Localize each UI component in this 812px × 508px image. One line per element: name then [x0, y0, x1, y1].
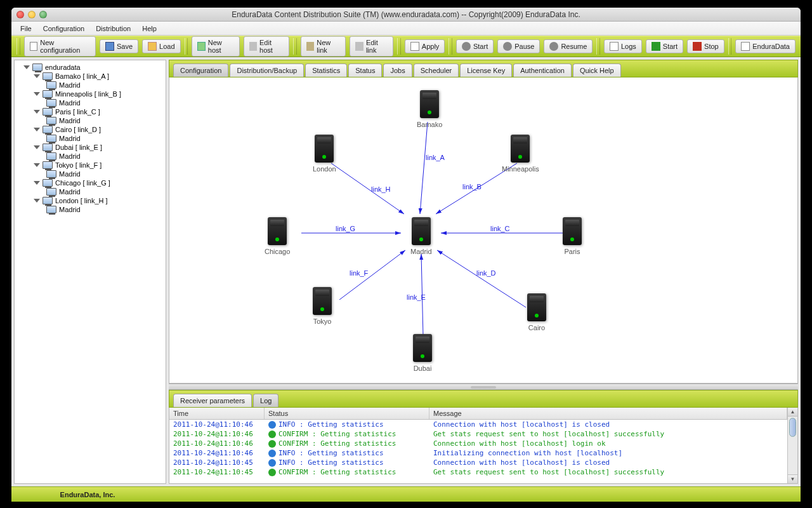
tab-log[interactable]: Log [253, 394, 278, 407]
tree-child[interactable]: Madrid [16, 170, 164, 178]
tb-sep [185, 38, 188, 55]
scroll-thumb[interactable] [789, 418, 796, 437]
tree-host[interactable]: Minneapolis [ link_B ] [16, 90, 164, 98]
apply-button[interactable]: Apply [405, 39, 445, 53]
node-london[interactable]: London [313, 135, 336, 173]
node-dubai[interactable]: Dubai [413, 334, 432, 372]
tree-child[interactable]: Madrid [16, 152, 164, 161]
tree-child[interactable]: Madrid [16, 134, 164, 143]
node-madrid[interactable]: Madrid [410, 217, 432, 255]
tab-quick-help[interactable]: Quick Help [573, 64, 621, 77]
titlebar[interactable]: EnduraData Content Distribution Suite (T… [11, 8, 801, 22]
chevron-down-icon[interactable] [34, 199, 40, 203]
host-icon [197, 42, 206, 51]
node-bamako[interactable]: Bamako [417, 90, 442, 128]
start2-button[interactable]: Start [646, 39, 683, 53]
node-minneapolis[interactable]: Minneapolis [502, 135, 539, 173]
scroll-down-icon[interactable]: ▼ [788, 474, 797, 483]
main-area: enduradata Bamako [ link_A ]MadridMinnea… [11, 57, 801, 486]
chevron-down-icon[interactable] [34, 128, 40, 131]
tb-sep [596, 38, 600, 55]
tree-child[interactable]: Madrid [16, 98, 164, 107]
computer-icon [46, 81, 56, 89]
link-lines [169, 77, 797, 383]
splitter[interactable] [169, 384, 798, 390]
resume-button[interactable]: Resume [544, 39, 593, 53]
log-row[interactable]: 2011-10-24@11:10:46CONFIRM : Getting sta… [169, 429, 787, 439]
link-label-f: link_F [350, 269, 368, 277]
tree-host[interactable]: Chicago [ link_G ] [16, 178, 164, 187]
logs-button[interactable]: Logs [604, 39, 642, 53]
new-host-button[interactable]: New host [192, 36, 239, 57]
tree-child[interactable]: Madrid [16, 116, 164, 125]
computer-icon [46, 135, 56, 142]
node-tokyo[interactable]: Tokyo [313, 287, 332, 325]
edit-link-button[interactable]: Edit link [350, 36, 393, 57]
log-message: Connection with host [localhost] is clos… [429, 420, 787, 429]
tree-host[interactable]: Tokyo [ link_F ] [16, 161, 164, 170]
col-message[interactable]: Message [429, 408, 787, 419]
tab-statistics[interactable]: Statistics [305, 64, 347, 77]
tab-scheduler[interactable]: Scheduler [414, 64, 459, 77]
chevron-down-icon[interactable] [34, 110, 40, 114]
menu-configuration[interactable]: Configuration [38, 23, 89, 34]
chevron-down-icon[interactable] [34, 181, 40, 185]
node-paris[interactable]: Paris [563, 217, 582, 255]
tb-sep [293, 38, 297, 55]
chevron-down-icon[interactable] [34, 163, 40, 167]
start-button[interactable]: Start [456, 39, 494, 53]
menu-file[interactable]: File [15, 23, 37, 34]
scroll-up-icon[interactable]: ▲ [788, 408, 797, 417]
new-config-button[interactable]: New configuration [24, 36, 96, 57]
topology-canvas[interactable]: Madrid Bamako London Minneapolis Chicago… [169, 77, 798, 384]
tree-host[interactable]: Cairo [ link_D ] [16, 125, 164, 134]
tab-receiver-params[interactable]: Receiver parameters [173, 394, 252, 407]
load-button[interactable]: Load [142, 39, 180, 53]
log-time: 2011-10-24@11:10:46 [169, 439, 265, 448]
log-row[interactable]: 2011-10-24@11:10:46INFO : Getting statis… [169, 448, 787, 458]
log-row[interactable]: 2011-10-24@11:10:46INFO : Getting statis… [169, 420, 787, 429]
play-green-icon [652, 42, 660, 51]
tab-authentication[interactable]: Authentication [513, 64, 572, 77]
chevron-down-icon[interactable] [23, 65, 30, 69]
chevron-down-icon[interactable] [34, 92, 40, 96]
tree-child[interactable]: Madrid [16, 81, 164, 90]
menu-distribution[interactable]: Distribution [91, 23, 136, 34]
brand-button[interactable]: EnduraData [735, 39, 796, 53]
tree-root[interactable]: enduradata [16, 63, 164, 72]
link-label-b: link_B [462, 183, 481, 190]
host-tree[interactable]: enduradata Bamako [ link_A ]MadridMinnea… [15, 60, 166, 217]
tree-child[interactable]: Madrid [16, 187, 164, 196]
node-chicago[interactable]: Chicago [265, 217, 290, 255]
chevron-down-icon[interactable] [34, 145, 40, 149]
tab-distribution-backup[interactable]: Distribution/Backup [230, 64, 304, 77]
scrollbar[interactable]: ▲ ▼ [787, 408, 797, 483]
col-time[interactable]: Time [169, 408, 265, 419]
col-status[interactable]: Status [265, 408, 429, 419]
log-row[interactable]: 2011-10-24@11:10:45INFO : Getting statis… [169, 458, 787, 467]
node-cairo[interactable]: Cairo [527, 293, 546, 331]
pause-button[interactable]: Pause [497, 39, 540, 53]
tree-child[interactable]: Madrid [16, 205, 164, 214]
tab-configuration[interactable]: Configuration [173, 64, 228, 77]
chevron-down-icon[interactable] [34, 74, 40, 78]
tb-sep [728, 38, 732, 55]
stop-button[interactable]: Stop [687, 39, 724, 53]
menu-help[interactable]: Help [137, 23, 162, 34]
tree-host[interactable]: Bamako [ link_A ] [16, 72, 164, 81]
tree-host[interactable]: Dubai [ link_E ] [16, 143, 164, 152]
log-panel: Time Status Message 2011-10-24@11:10:46I… [169, 408, 798, 484]
save-button[interactable]: Save [100, 39, 138, 53]
log-body[interactable]: 2011-10-24@11:10:46INFO : Getting statis… [169, 420, 787, 483]
tree-host[interactable]: London [ link_H ] [16, 196, 164, 205]
edit-host-button[interactable]: Edit host [244, 36, 290, 57]
tab-license-key[interactable]: License Key [460, 64, 512, 77]
new-link-button[interactable]: New link [301, 36, 346, 57]
log-row[interactable]: 2011-10-24@11:10:45CONFIRM : Getting sta… [169, 467, 787, 477]
log-message: Initializing connection with host [local… [429, 449, 787, 457]
tab-status[interactable]: Status [348, 64, 382, 77]
log-row[interactable]: 2011-10-24@11:10:46CONFIRM : Getting sta… [169, 439, 787, 448]
tab-jobs[interactable]: Jobs [383, 64, 412, 77]
tree-host[interactable]: Paris [ link_C ] [16, 107, 164, 116]
info-icon [268, 459, 276, 467]
